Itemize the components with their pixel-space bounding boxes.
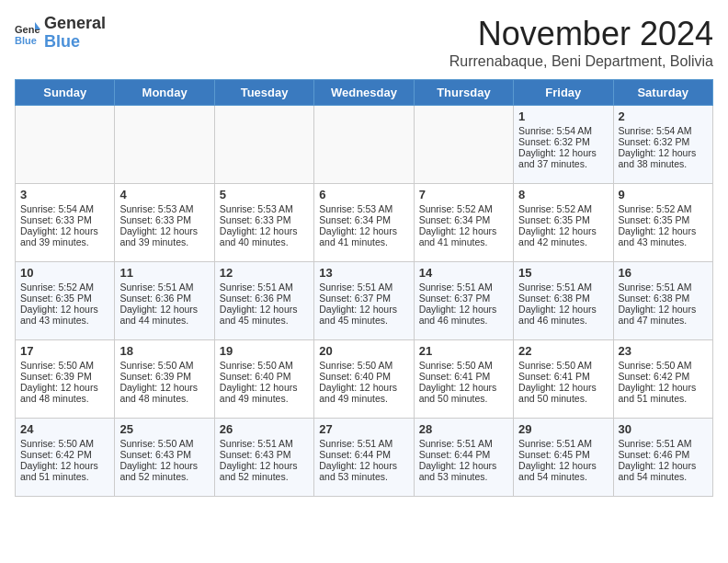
calendar-cell: 9Sunrise: 5:52 AMSunset: 6:35 PMDaylight… [613,184,712,262]
cell-info-line: Sunset: 6:39 PM [20,371,109,382]
cell-info-line: Sunset: 6:41 PM [518,371,608,382]
cell-info-line: Sunset: 6:38 PM [619,293,708,304]
calendar-cell: 19Sunrise: 5:50 AMSunset: 6:40 PMDayligh… [214,340,313,419]
cell-info-line: Sunset: 6:32 PM [619,136,708,147]
svg-text:Blue: Blue [15,35,37,46]
cell-info-line: Daylight: 12 hours and 46 minutes. [518,304,608,326]
cell-info-line: Sunset: 6:34 PM [419,214,508,225]
calendar-cell: 11Sunrise: 5:51 AMSunset: 6:36 PMDayligh… [115,262,214,340]
cell-info-line: Sunrise: 5:51 AM [419,282,508,293]
month-title: November 2024 [449,15,713,53]
weekday-header-saturday: Saturday [613,80,712,106]
cell-info-line: Sunrise: 5:53 AM [220,203,309,214]
calendar-cell: 13Sunrise: 5:51 AMSunset: 6:37 PMDayligh… [314,262,414,340]
cell-info-line: Daylight: 12 hours and 52 minutes. [119,460,209,482]
cell-info-line: Sunrise: 5:50 AM [220,360,309,371]
page-header: General Blue General Blue November 2024 … [15,15,713,70]
calendar-cell: 6Sunrise: 5:53 AMSunset: 6:34 PMDaylight… [314,184,414,262]
cell-info-line: Daylight: 12 hours and 41 minutes. [419,225,508,247]
calendar-week-row: 17Sunrise: 5:50 AMSunset: 6:39 PMDayligh… [16,340,713,419]
day-number: 10 [20,266,109,280]
cell-info-line: Sunrise: 5:51 AM [619,282,708,293]
cell-info-line: Sunset: 6:37 PM [419,293,508,304]
day-number: 21 [419,344,508,358]
calendar-cell: 14Sunrise: 5:51 AMSunset: 6:37 PMDayligh… [414,262,513,340]
cell-info-line: Sunrise: 5:50 AM [518,360,608,371]
cell-info-line: Sunrise: 5:50 AM [119,438,209,449]
cell-info-line: Sunset: 6:42 PM [619,371,708,382]
cell-info-line: Sunrise: 5:51 AM [220,438,309,449]
cell-info-line: Sunrise: 5:51 AM [419,438,508,449]
day-number: 22 [518,344,608,358]
cell-info-line: Sunrise: 5:50 AM [20,438,109,449]
cell-info-line: Daylight: 12 hours and 37 minutes. [518,147,608,169]
cell-info-line: Sunrise: 5:50 AM [119,360,209,371]
day-number: 20 [319,344,408,358]
cell-info-line: Sunrise: 5:54 AM [518,125,608,136]
cell-info-line: Sunset: 6:38 PM [518,293,608,304]
day-number: 5 [220,188,309,201]
cell-info-line: Daylight: 12 hours and 41 minutes. [319,225,408,247]
cell-info-line: Sunrise: 5:52 AM [518,203,608,214]
day-number: 6 [319,188,408,201]
cell-info-line: Daylight: 12 hours and 48 minutes. [119,382,209,404]
day-number: 28 [419,422,508,436]
cell-info-line: Daylight: 12 hours and 50 minutes. [518,382,608,404]
day-number: 2 [619,109,708,123]
calendar-week-row: 1Sunrise: 5:54 AMSunset: 6:32 PMDaylight… [16,106,713,184]
cell-info-line: Sunrise: 5:51 AM [518,282,608,293]
cell-info-line: Sunset: 6:33 PM [20,214,109,225]
cell-info-line: Sunrise: 5:51 AM [619,438,708,449]
cell-info-line: Sunrise: 5:51 AM [518,438,608,449]
day-number: 27 [319,422,408,436]
calendar-cell: 8Sunrise: 5:52 AMSunset: 6:35 PMDaylight… [514,184,613,262]
cell-info-line: Daylight: 12 hours and 42 minutes. [518,225,608,247]
calendar-cell: 5Sunrise: 5:53 AMSunset: 6:33 PMDaylight… [214,184,313,262]
cell-info-line: Sunset: 6:42 PM [20,449,109,460]
cell-info-line: Daylight: 12 hours and 49 minutes. [319,382,408,404]
cell-info-line: Daylight: 12 hours and 45 minutes. [319,304,408,326]
weekday-header-friday: Friday [514,80,613,106]
calendar-cell: 28Sunrise: 5:51 AMSunset: 6:44 PMDayligh… [414,419,513,497]
cell-info-line: Daylight: 12 hours and 40 minutes. [220,225,309,247]
cell-info-line: Sunrise: 5:52 AM [619,203,708,214]
day-number: 19 [220,344,309,358]
day-number: 23 [619,344,708,358]
day-number: 12 [220,266,309,280]
cell-info-line: Daylight: 12 hours and 51 minutes. [619,382,708,404]
calendar-cell [16,106,115,184]
calendar-cell: 23Sunrise: 5:50 AMSunset: 6:42 PMDayligh… [613,340,712,419]
cell-info-line: Sunrise: 5:50 AM [619,360,708,371]
calendar-cell: 7Sunrise: 5:52 AMSunset: 6:34 PMDaylight… [414,184,513,262]
cell-info-line: Daylight: 12 hours and 46 minutes. [419,304,508,326]
location-title: Rurrenabaque, Beni Department, Bolivia [449,53,713,70]
logo: General Blue General Blue [15,15,106,52]
logo-icon: General Blue [15,20,40,46]
calendar-cell [214,106,313,184]
calendar-cell: 1Sunrise: 5:54 AMSunset: 6:32 PMDaylight… [514,106,613,184]
weekday-header-wednesday: Wednesday [314,80,414,106]
cell-info-line: Daylight: 12 hours and 43 minutes. [20,304,109,326]
day-number: 16 [619,266,708,280]
calendar-cell: 30Sunrise: 5:51 AMSunset: 6:46 PMDayligh… [613,419,712,497]
cell-info-line: Daylight: 12 hours and 53 minutes. [319,460,408,482]
day-number: 9 [619,188,708,201]
day-number: 25 [119,422,209,436]
day-number: 24 [20,422,109,436]
calendar-cell [414,106,513,184]
calendar-week-row: 3Sunrise: 5:54 AMSunset: 6:33 PMDaylight… [16,184,713,262]
cell-info-line: Daylight: 12 hours and 47 minutes. [619,304,708,326]
cell-info-line: Sunrise: 5:53 AM [119,203,209,214]
calendar-cell: 18Sunrise: 5:50 AMSunset: 6:39 PMDayligh… [115,340,214,419]
cell-info-line: Sunset: 6:45 PM [518,449,608,460]
calendar-cell [314,106,414,184]
cell-info-line: Sunset: 6:44 PM [319,449,408,460]
calendar-cell: 2Sunrise: 5:54 AMSunset: 6:32 PMDaylight… [613,106,712,184]
cell-info-line: Sunset: 6:37 PM [319,293,408,304]
calendar-cell: 22Sunrise: 5:50 AMSunset: 6:41 PMDayligh… [514,340,613,419]
cell-info-line: Daylight: 12 hours and 54 minutes. [619,460,708,482]
cell-info-line: Sunset: 6:46 PM [619,449,708,460]
day-number: 1 [518,109,608,123]
calendar-table: SundayMondayTuesdayWednesdayThursdayFrid… [15,79,713,497]
day-number: 3 [20,188,109,201]
